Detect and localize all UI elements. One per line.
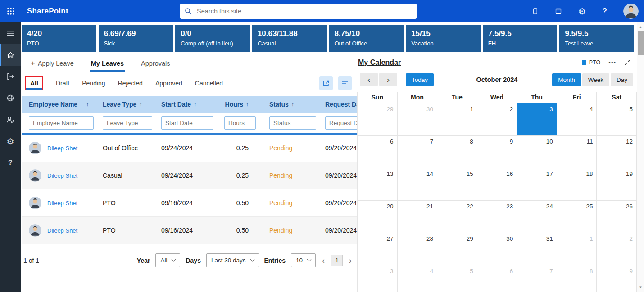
home-icon[interactable] — [0, 44, 21, 66]
calendar-day-cell[interactable]: 16 — [477, 168, 517, 201]
calendar-day-cell[interactable]: 1 — [437, 103, 477, 136]
tab-approvals[interactable]: Approvals — [140, 58, 171, 72]
header-status[interactable]: Status↑ — [262, 101, 318, 108]
page-scrollbar[interactable]: ▲ ▼ — [637, 22, 644, 292]
view-month-button[interactable]: Month — [552, 73, 581, 86]
calendar-day-cell[interactable]: 28 — [398, 233, 438, 265]
calendar-day-cell[interactable]: 9 — [597, 265, 637, 292]
leave-balance-card[interactable]: 9.5/9.5Test Leave — [559, 25, 634, 52]
view-day-button[interactable]: Day — [611, 73, 633, 86]
calendar-day-cell[interactable]: 4 — [557, 103, 597, 136]
employee-name-link[interactable]: Dileep Shet — [47, 145, 77, 152]
menu-icon[interactable] — [0, 22, 21, 44]
calendar-day-cell[interactable]: 18 — [557, 168, 597, 201]
calendar-day-cell[interactable]: 22 — [437, 201, 477, 233]
sort-lines-icon[interactable] — [338, 76, 352, 90]
calendar-day-cell[interactable]: 30 — [477, 233, 517, 265]
status-filter-cancelled[interactable]: Cancelled — [195, 76, 223, 90]
expand-icon[interactable] — [624, 59, 630, 66]
status-filter-draft[interactable]: Draft — [56, 76, 69, 90]
calendar-day-cell[interactable]: 2 — [597, 233, 637, 265]
calendar-day-cell[interactable]: 14 — [398, 168, 438, 201]
calendar-day-cell[interactable]: 12 — [597, 136, 637, 168]
employee-name-link[interactable]: Dileep Shet — [47, 227, 77, 234]
calendar-day-cell[interactable]: 7 — [517, 265, 557, 292]
calendar-day-cell[interactable]: 8 — [557, 265, 597, 292]
calendar-day-cell[interactable]: 8 — [437, 136, 477, 168]
gear-icon[interactable]: ⚙ — [0, 130, 21, 152]
calendar-day-cell[interactable]: 26 — [597, 201, 637, 233]
calendar-day-cell[interactable]: 30 — [398, 103, 438, 136]
calendar-day-cell[interactable]: 15 — [437, 168, 477, 201]
more-options-icon[interactable]: ••• — [608, 60, 616, 66]
calendar-day-cell[interactable]: 4 — [398, 265, 438, 292]
scrollbar-thumb[interactable] — [638, 31, 644, 55]
leave-balance-card[interactable]: 7.5/9.5FH — [483, 25, 558, 52]
app-launcher-icon[interactable] — [0, 0, 22, 22]
leave-balance-card[interactable]: 15/15Vacation — [406, 25, 481, 52]
employee-name-link[interactable]: Dileep Shet — [47, 172, 77, 179]
next-month-icon[interactable]: › — [379, 73, 397, 86]
employee-name-filter-input[interactable] — [29, 116, 94, 130]
entries-dropdown[interactable]: 10 — [291, 253, 316, 267]
header-start-date[interactable]: Start Date↑ — [154, 101, 215, 108]
calendar-day-cell[interactable]: 31 — [517, 233, 557, 265]
status-filter-approved[interactable]: Approved — [155, 76, 182, 90]
hours-filter-input[interactable] — [224, 116, 256, 130]
calendar-day-cell[interactable]: 6 — [477, 265, 517, 292]
search-input[interactable] — [196, 7, 412, 15]
tab-my-leaves[interactable]: My Leaves — [90, 58, 125, 72]
calendar-day-cell[interactable]: 20 — [358, 201, 398, 233]
leave-balance-card[interactable]: 4/20PTO — [22, 25, 96, 52]
app-window-icon[interactable] — [555, 8, 562, 15]
header-request-date[interactable]: Request Date — [318, 101, 357, 108]
leave-balance-card[interactable]: 0/0Comp off (off in lieu) — [175, 25, 250, 52]
leave-balance-card[interactable]: 8.75/10Out of Office — [329, 25, 404, 52]
globe-icon[interactable] — [0, 87, 21, 109]
status-filter-all[interactable]: All — [25, 76, 43, 90]
calendar-day-cell[interactable]: 21 — [398, 201, 438, 233]
open-in-new-icon[interactable] — [319, 76, 333, 90]
leave-type-filter-input[interactable] — [103, 116, 152, 130]
calendar-day-cell[interactable]: 2 — [477, 103, 517, 136]
calendar-day-cell[interactable]: 13 — [358, 168, 398, 201]
employee-name-link[interactable]: Dileep Shet — [47, 200, 77, 207]
header-leave-type[interactable]: Leave Type↑ — [95, 101, 154, 108]
calendar-day-cell[interactable]: 19 — [597, 168, 637, 201]
year-dropdown[interactable]: All — [155, 253, 180, 267]
brand-title[interactable]: SharePoint — [27, 7, 68, 16]
user-avatar[interactable] — [623, 4, 639, 19]
leave-balance-card[interactable]: 6.69/7.69Sick — [99, 25, 173, 52]
user-edit-icon[interactable] — [0, 109, 21, 130]
calendar-day-cell[interactable]: 5 — [437, 265, 477, 292]
header-employee-name[interactable]: Employee Name↑ — [22, 101, 95, 108]
calendar-day-cell[interactable]: 1 — [557, 233, 597, 265]
days-dropdown[interactable]: Last 30 days — [206, 253, 259, 267]
calendar-day-cell[interactable]: 3 — [358, 265, 398, 292]
leave-balance-card[interactable]: 10.63/11.88Casual — [252, 25, 327, 52]
header-hours[interactable]: Hours↑ — [215, 101, 262, 108]
calendar-day-cell[interactable]: 27 — [358, 233, 398, 265]
calendar-day-today[interactable]: 3 — [517, 103, 557, 136]
scroll-down-icon[interactable]: ▼ — [637, 283, 644, 291]
calendar-day-cell[interactable]: 23 — [477, 201, 517, 233]
status-filter-input[interactable] — [269, 116, 316, 130]
page-number[interactable]: 1 — [331, 255, 343, 266]
settings-gear-icon[interactable]: ⚙ — [578, 7, 586, 16]
question-icon[interactable]: ? — [0, 152, 21, 174]
calendar-day-cell[interactable]: 6 — [358, 136, 398, 168]
start-date-filter-input[interactable] — [161, 116, 213, 130]
scroll-up-icon[interactable]: ▲ — [637, 23, 644, 31]
calendar-day-cell[interactable]: 24 — [517, 201, 557, 233]
prev-month-icon[interactable]: ‹ — [360, 73, 378, 86]
calendar-day-cell[interactable]: 5 — [597, 103, 637, 136]
prev-page-icon[interactable]: ‹ — [321, 256, 326, 265]
view-week-button[interactable]: Week — [582, 73, 609, 86]
help-icon[interactable]: ? — [603, 7, 607, 16]
calendar-day-cell[interactable]: 10 — [517, 136, 557, 168]
request-date-filter-input[interactable] — [325, 116, 357, 130]
tab-apply-leave[interactable]: + Apply Leave — [30, 58, 75, 72]
calendar-title[interactable]: My Calendar — [358, 58, 401, 67]
today-button[interactable]: Today — [406, 73, 434, 86]
calendar-day-cell[interactable]: 29 — [358, 103, 398, 136]
